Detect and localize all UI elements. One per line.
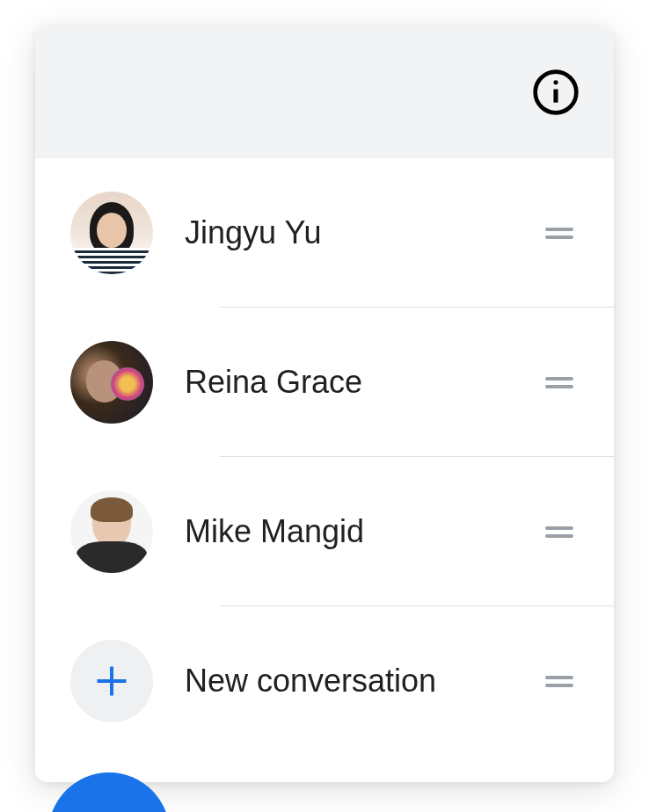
avatar	[70, 490, 153, 573]
plus-icon	[92, 662, 131, 700]
fab-button[interactable]	[48, 772, 170, 812]
conversation-item[interactable]: Reina Grace	[35, 308, 614, 457]
new-conversation-label: New conversation	[185, 663, 545, 700]
drag-handle-icon[interactable]	[545, 228, 573, 239]
info-button[interactable]	[531, 68, 580, 117]
conversation-name: Reina Grace	[185, 364, 545, 401]
new-conversation-item[interactable]: New conversation	[35, 606, 614, 756]
conversation-item[interactable]: Jingyu Yu	[35, 158, 614, 308]
add-avatar	[70, 640, 153, 722]
drag-handle-icon[interactable]	[545, 377, 573, 388]
conversation-item[interactable]: Mike Mangid	[35, 457, 614, 606]
info-icon	[531, 68, 580, 117]
conversations-list: Jingyu Yu Reina Grace Mike Mangid	[35, 158, 614, 782]
drag-handle-icon[interactable]	[545, 676, 573, 687]
avatar	[70, 192, 153, 274]
drag-handle-icon[interactable]	[545, 526, 573, 538]
conversation-name: Jingyu Yu	[185, 214, 545, 251]
avatar	[70, 341, 153, 424]
conversation-name: Mike Mangid	[185, 513, 545, 550]
svg-point-2	[553, 80, 558, 84]
popover-header	[35, 26, 614, 158]
conversations-popover: Jingyu Yu Reina Grace Mike Mangid	[35, 26, 614, 782]
